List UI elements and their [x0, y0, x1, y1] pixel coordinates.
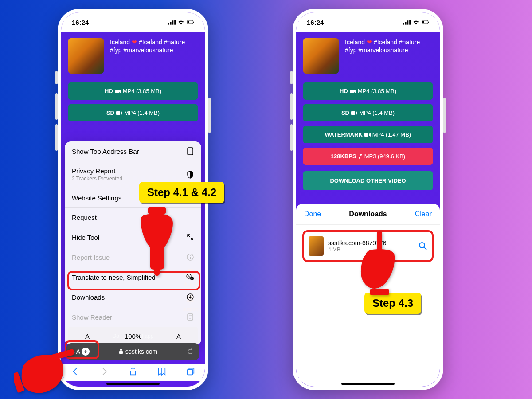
heart-icon: ❤	[367, 39, 372, 46]
address-url: ssstiks.com	[90, 348, 186, 355]
download-audio-button[interactable]: 128KBPS MP3 (949.6 KB)	[303, 148, 433, 165]
video-thumbnail	[68, 38, 104, 74]
svg-rect-29	[405, 22, 407, 25]
download-hd-button[interactable]: HD MP4 (3.85 MB)	[68, 82, 198, 100]
lock-icon	[118, 349, 124, 354]
status-icons	[168, 20, 194, 25]
music-icon	[358, 154, 363, 159]
svg-rect-6	[193, 22, 194, 23]
status-time: 16:24	[307, 19, 324, 26]
camera-icon	[350, 89, 356, 94]
download-sd-button[interactable]: SD MP4 (1.4 MB)	[68, 104, 198, 121]
info-icon	[186, 253, 194, 261]
camera-icon	[351, 111, 357, 115]
expand-icon	[186, 233, 194, 241]
svg-rect-30	[407, 20, 408, 24]
signal-icon	[403, 20, 411, 25]
menu-show-reader: Show Reader	[65, 307, 201, 327]
camera-icon	[116, 111, 122, 115]
signal-icon	[168, 20, 176, 25]
bookmarks-button[interactable]	[157, 367, 167, 378]
svg-rect-34	[428, 22, 429, 23]
download-thumbnail	[309, 236, 324, 256]
wifi-icon	[412, 20, 420, 25]
video-title: Iceland ❤ #Iceland #nature#fyp #marvelou…	[345, 38, 420, 74]
safari-toolbar	[61, 364, 205, 381]
download-hd-button[interactable]: HD MP4 (3.85 MB)	[303, 82, 433, 100]
svg-rect-7	[115, 90, 119, 93]
pointer-hand-addressbar	[14, 346, 74, 399]
step-label-left: Step 4.1 & 4.2	[139, 182, 224, 203]
svg-rect-27	[187, 369, 192, 375]
download-watermark-button[interactable]: WATERMARK MP4 (1.47 MB)	[303, 126, 433, 143]
done-button[interactable]: Done	[304, 210, 321, 218]
home-indicator	[341, 383, 395, 385]
status-icons	[403, 20, 429, 25]
share-button[interactable]	[128, 367, 138, 378]
svg-line-39	[424, 247, 426, 250]
camera-icon	[115, 89, 121, 94]
zoom-level: 100%	[110, 327, 156, 345]
download-icon	[186, 293, 194, 301]
svg-rect-36	[351, 111, 355, 115]
address-bar-icon	[186, 147, 194, 155]
svg-rect-37	[364, 133, 368, 137]
heart-icon: ❤	[132, 39, 137, 46]
magnifier-icon[interactable]	[419, 242, 427, 250]
phone-mockup-right: 16:24 Iceland ❤ #Iceland #nature#fyp #ma…	[293, 9, 443, 390]
battery-icon	[422, 20, 429, 25]
pointer-hand-downloads	[132, 207, 181, 278]
svg-rect-28	[403, 23, 404, 25]
status-time: 16:24	[72, 19, 89, 26]
svg-rect-3	[174, 20, 176, 24]
svg-rect-11	[188, 149, 192, 149]
tabs-button[interactable]	[186, 367, 196, 378]
svg-rect-35	[350, 90, 354, 93]
reader-icon	[186, 313, 194, 321]
battery-icon	[187, 20, 194, 25]
svg-point-38	[419, 243, 425, 248]
video-info-header: Iceland ❤ #Iceland #nature#fyp #marvelou…	[68, 38, 198, 74]
download-other-button[interactable]: DOWNLOAD OTHER VIDEO	[303, 171, 433, 190]
svg-point-15	[190, 255, 191, 256]
menu-show-address-bar[interactable]: Show Top Address Bar	[65, 141, 201, 161]
download-sd-button[interactable]: SD MP4 (1.4 MB)	[303, 104, 433, 121]
svg-rect-8	[116, 111, 120, 115]
svg-rect-5	[187, 21, 189, 23]
shield-icon	[186, 171, 194, 179]
zoom-in-button[interactable]: A	[156, 327, 201, 345]
camera-icon	[364, 133, 371, 137]
video-title: Iceland ❤ #Iceland #nature#fyp #marvelou…	[110, 38, 185, 74]
svg-rect-40	[148, 207, 166, 214]
wifi-icon	[177, 20, 185, 25]
refresh-icon[interactable]	[186, 348, 194, 356]
svg-rect-1	[170, 22, 172, 25]
svg-rect-33	[422, 21, 424, 23]
svg-rect-0	[168, 23, 169, 25]
svg-rect-16	[190, 257, 191, 259]
sheet-title: Downloads	[349, 210, 387, 218]
home-indicator	[106, 383, 160, 385]
svg-rect-42	[370, 289, 389, 295]
status-bar: 16:24	[61, 12, 205, 32]
clear-button[interactable]: Clear	[415, 210, 432, 218]
video-info-header: Iceland ❤ #Iceland #nature#fyp #marvelou…	[303, 38, 433, 74]
svg-rect-2	[172, 20, 173, 24]
svg-rect-26	[119, 351, 123, 354]
video-thumbnail	[303, 38, 339, 74]
pointer-hand-download-item	[355, 231, 403, 299]
status-bar: 16:24	[296, 12, 440, 32]
forward-button	[99, 367, 109, 378]
svg-rect-31	[409, 20, 411, 24]
